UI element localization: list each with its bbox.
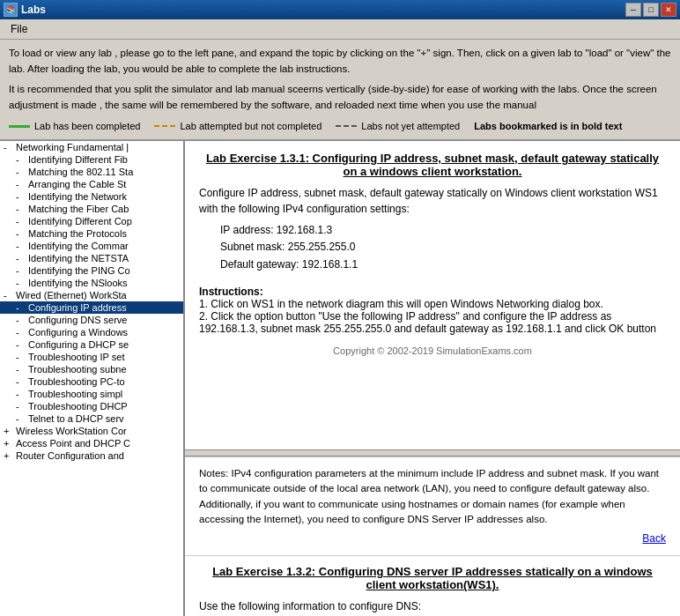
completed-label: Lab has been completed: [34, 119, 140, 135]
tree-label-trouble-simp[interactable]: Troubleshooting simpl: [28, 389, 122, 399]
tree-label-id-comm[interactable]: Identifying the Commar: [28, 241, 129, 251]
main-area: - Networking Fundamental | - Identifying…: [0, 140, 680, 616]
tree-label-config-ip[interactable]: Configuring IP address: [28, 302, 127, 313]
tree-item-trouble-pc[interactable]: - Troubleshooting PC-to: [0, 375, 183, 388]
lab131-instructions: Instructions: 1. Click on WS1 in the net…: [199, 286, 666, 335]
tree-label-wireless-ws[interactable]: Wireless WorkStation Cor: [16, 426, 127, 436]
menu-bar: File: [0, 19, 680, 40]
attempted-icon: [154, 125, 175, 127]
tree-label-id-cop[interactable]: Identifying Different Cop: [28, 216, 132, 226]
legend-bar: To load or view any lab , please go to t…: [0, 40, 680, 140]
tree-item-id-cop[interactable]: - Identifying Different Cop: [0, 215, 183, 227]
tree-item-config-dhcp[interactable]: - Configuring a DHCP se: [0, 338, 183, 351]
tree-item-wired-eth[interactable]: - Wired (Ethernet) WorkSta: [0, 289, 183, 301]
window-controls: ─ □ ✕: [625, 3, 676, 17]
intro-text-1: To load or view any lab , please go to t…: [9, 45, 671, 78]
expander-wireless-ws[interactable]: +: [4, 426, 16, 436]
tree-item-net-fund[interactable]: - Networking Fundamental |: [0, 141, 183, 153]
bookmarked-label: Labs bookmarked is in bold text: [474, 119, 622, 135]
tree-label-trouble-ip[interactable]: Troubleshooting IP set: [28, 352, 124, 362]
tree-label-id-nslook[interactable]: Identifying the NSlooks: [28, 278, 128, 288]
tree-item-trouble-dhcp[interactable]: - Troubleshooting DHCP: [0, 400, 183, 412]
tree-item-match-fib[interactable]: - Matching the Fiber Cab: [0, 203, 183, 215]
tree-item-id-ping[interactable]: - Identifying the PING Co: [0, 264, 183, 277]
tree-label-ap-dhcp[interactable]: Access Point and DHCP C: [16, 438, 130, 449]
minimize-button[interactable]: ─: [625, 3, 641, 17]
lab132-description: Use the following information to configu…: [199, 598, 666, 614]
tree-item-router-conf[interactable]: + Router Configuration and: [0, 449, 183, 462]
tree-item-wireless-ws[interactable]: + Wireless WorkStation Cor: [0, 425, 183, 437]
lab131-description: Configure IP address, subnet mask, defau…: [199, 185, 666, 217]
copyright: Copyright © 2002-2019 SimulationExams.co…: [199, 345, 666, 356]
tree-label-arrange-cab[interactable]: Arranging the Cable St: [28, 179, 126, 189]
close-button[interactable]: ✕: [661, 3, 676, 17]
tree-label-match-802[interactable]: Matching the 802.11 Sta: [28, 167, 133, 177]
not-attempted-label: Labs not yet attempted: [361, 119, 460, 135]
tree-item-id-nslook[interactable]: - Identifying the NSlooks: [0, 277, 183, 289]
legend-row: Lab has been completed Lab attempted but…: [9, 119, 671, 135]
tree-item-ap-dhcp[interactable]: + Access Point and DHCP C: [0, 437, 183, 449]
tree-label-telnet-dhcp[interactable]: Telnet to a DHCP serv: [28, 413, 124, 424]
next-lab-section: Lab Exercise 1.3.2: Configuring DNS serv…: [185, 555, 680, 616]
tree-label-trouble-sub[interactable]: Troubleshooting subne: [28, 364, 127, 375]
tree-label-wired-eth[interactable]: Wired (Ethernet) WorkSta: [16, 290, 127, 301]
tree-item-arrange-cab[interactable]: - Arranging the Cable St: [0, 178, 183, 190]
tree-label-id-ping[interactable]: Identifying the PING Co: [28, 265, 130, 276]
instruction-1: 1. Click on WS1 in the network diagram t…: [199, 298, 603, 310]
left-pane[interactable]: - Networking Fundamental | - Identifying…: [0, 141, 185, 616]
divider: [185, 449, 680, 456]
tree-label-net-fund[interactable]: Networking Fundamental |: [16, 142, 129, 152]
tree-label-id-network[interactable]: Identifying the Network: [28, 191, 127, 202]
lab131-settings: IP address: 192.168.1.3 Subnet mask: 255…: [220, 222, 666, 273]
instruction-2: 2. Click the option button "Use the foll…: [199, 310, 656, 335]
tree-label-config-win[interactable]: Configuring a Windows: [28, 327, 128, 338]
setting-gw: Default gateway: 192.168.1.1: [220, 256, 666, 273]
tree-label-id-fib[interactable]: Identifying Different Fib: [28, 154, 128, 165]
tree-item-config-ip[interactable]: - Configuring IP address: [0, 301, 183, 314]
tree-item-trouble-sub[interactable]: - Troubleshooting subne: [0, 363, 183, 375]
tree-label-match-proto[interactable]: Matching the Protocols: [28, 228, 127, 239]
tree-item-config-win[interactable]: - Configuring a Windows: [0, 326, 183, 338]
tree-item-match-proto[interactable]: - Matching the Protocols: [0, 227, 183, 240]
legend-not-attempted: Labs not yet attempted: [336, 119, 460, 135]
setting-mask: Subnet mask: 255.255.255.0: [220, 239, 666, 256]
app-icon: 📚: [4, 3, 18, 17]
tree-item-config-dns[interactable]: - Configuring DNS serve: [0, 314, 183, 326]
instructions-title: Instructions:: [199, 286, 263, 298]
tree-item-id-network[interactable]: - Identifying the Network: [0, 190, 183, 203]
tree-item-trouble-simp[interactable]: - Troubleshooting simpl: [0, 388, 183, 400]
legend-attempted: Lab attempted but not completed: [154, 119, 322, 135]
window-title: Labs: [21, 4, 46, 16]
right-pane: Lab Exercise 1.3.1: Configuring IP addre…: [185, 141, 680, 616]
tree-item-id-comm[interactable]: - Identifying the Commar: [0, 240, 183, 252]
tree-label-trouble-pc[interactable]: Troubleshooting PC-to: [28, 376, 125, 387]
tree-item-id-netstat[interactable]: - Identifying the NETSTA: [0, 252, 183, 264]
maximize-button[interactable]: □: [643, 3, 659, 17]
tree-label-match-fib[interactable]: Matching the Fiber Cab: [28, 204, 129, 214]
expander-id-fib: -: [16, 154, 28, 165]
tree-item-match-802[interactable]: - Matching the 802.11 Sta: [0, 166, 183, 178]
intro-text-2: It is recommended that you split the sim…: [9, 81, 671, 114]
attempted-label: Lab attempted but not completed: [180, 119, 322, 135]
not-attempted-icon: [336, 125, 357, 127]
tree-label-router-conf[interactable]: Router Configuration and: [16, 450, 124, 461]
content-main: Lab Exercise 1.3.1: Configuring IP addre…: [185, 141, 680, 449]
tree-label-config-dhcp[interactable]: Configuring a DHCP se: [28, 339, 129, 350]
setting-ip: IP address: 192.168.1.3: [220, 222, 666, 239]
tree-label-config-dns[interactable]: Configuring DNS serve: [28, 315, 128, 325]
tree-item-telnet-dhcp[interactable]: - Telnet to a DHCP serv: [0, 412, 183, 425]
notes-text: Notes: IPv4 configuration parameters at …: [199, 468, 659, 524]
tree-item-id-fib[interactable]: - Identifying Different Fib: [0, 153, 183, 166]
tree-item-trouble-ip[interactable]: - Troubleshooting IP set: [0, 351, 183, 363]
file-menu[interactable]: File: [5, 21, 33, 37]
tree-label-trouble-dhcp[interactable]: Troubleshooting DHCP: [28, 401, 128, 412]
expander-net-fund[interactable]: -: [4, 142, 16, 152]
legend-completed: Lab has been completed: [9, 119, 140, 135]
notes-section: Notes: IPv4 configuration parameters at …: [185, 456, 680, 555]
expander-router-conf[interactable]: +: [4, 450, 16, 461]
tree-label-id-netstat[interactable]: Identifying the NETSTA: [28, 253, 129, 263]
expander-ap-dhcp[interactable]: +: [4, 438, 16, 449]
title-bar: 📚 Labs ─ □ ✕: [0, 0, 680, 19]
expander-wired-eth[interactable]: -: [4, 290, 16, 301]
back-link[interactable]: Back: [199, 531, 666, 546]
